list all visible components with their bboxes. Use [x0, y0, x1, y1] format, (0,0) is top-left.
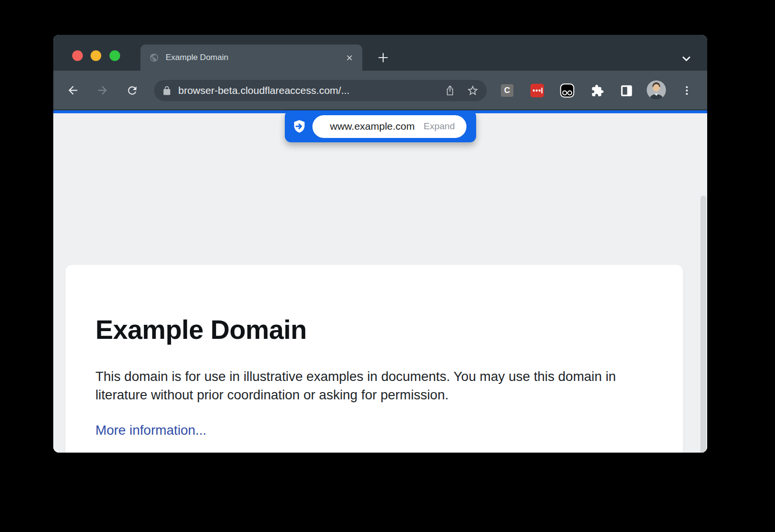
c-extension-label: C [504, 86, 510, 95]
title-bar: Example Domain [53, 35, 707, 71]
lens-extension-icon[interactable] [560, 83, 574, 98]
lock-icon[interactable] [162, 86, 172, 96]
back-button[interactable] [66, 84, 79, 97]
forward-button[interactable] [96, 84, 109, 97]
profile-avatar[interactable] [647, 80, 666, 100]
tab-title: Example Domain [166, 53, 345, 62]
close-window-button[interactable] [72, 50, 83, 61]
puzzle-icon[interactable] [591, 84, 604, 97]
more-information-link[interactable]: More information... [95, 423, 206, 438]
lastpass-extension-icon[interactable] [530, 84, 544, 97]
content-card: Example Domain This domain is for use in… [65, 265, 683, 453]
tab-example-domain[interactable]: Example Domain [140, 45, 362, 71]
close-tab-icon[interactable] [345, 54, 354, 62]
address-bar[interactable]: browser-beta.cloudflareaccess.com/... [154, 80, 487, 101]
globe-favicon-icon [149, 53, 159, 62]
maximize-window-button[interactable] [109, 50, 120, 61]
page-paragraph: This domain is for use in illustrative e… [95, 367, 649, 404]
c-extension-icon[interactable]: C [501, 84, 513, 97]
page-title: Example Domain [95, 314, 649, 345]
kebab-menu-icon[interactable] [681, 85, 693, 96]
page-viewport: www.example.com Expand Example Domain Th… [53, 113, 707, 453]
zero-trust-badge: www.example.com Expand [285, 110, 476, 142]
url-text: browser-beta.cloudflareaccess.com/... [178, 85, 444, 96]
bookmark-star-icon[interactable] [466, 84, 479, 97]
expand-button[interactable]: Expand [424, 121, 455, 132]
new-tab-button[interactable] [377, 51, 389, 64]
domain-expand-pill[interactable]: www.example.com Expand [312, 115, 466, 138]
vertical-scrollbar[interactable] [700, 196, 706, 453]
toolbar: browser-beta.cloudflareaccess.com/... C [53, 71, 707, 109]
share-icon[interactable] [444, 85, 456, 96]
minimize-window-button[interactable] [91, 50, 101, 61]
browser-window: Example Domain [53, 35, 707, 453]
reload-button[interactable] [126, 84, 139, 97]
shield-arrow-icon [292, 119, 307, 134]
chevron-down-icon[interactable] [680, 52, 693, 65]
badge-domain-text: www.example.com [324, 121, 421, 132]
side-panel-icon[interactable] [620, 84, 633, 97]
